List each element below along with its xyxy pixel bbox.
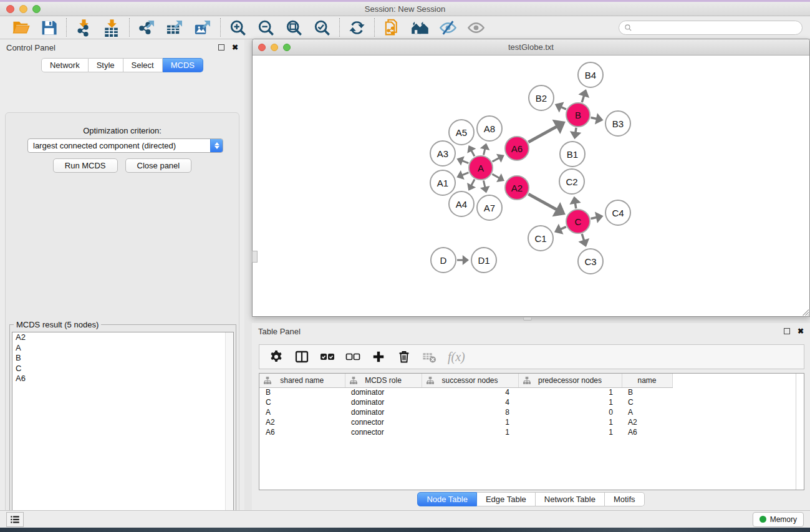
table-cell[interactable]: A6 (259, 427, 345, 437)
table-row[interactable]: Bdominator41B (259, 387, 797, 397)
table-cell[interactable]: A6 (622, 427, 672, 437)
network-canvas[interactable]: B4B2BB3A5A8A6B1A3AC2A1A2A4A7C4CC1C3DD1 (253, 56, 809, 316)
graph-node-A[interactable]: A (468, 155, 493, 180)
table-cell[interactable]: connector (345, 427, 422, 437)
table-cell[interactable]: dominator (345, 387, 422, 397)
table-scrollbar[interactable] (796, 374, 804, 490)
column-header-successor-nodes[interactable]: successor nodes (422, 374, 518, 387)
graph-node-C1[interactable]: C1 (528, 225, 554, 251)
save-session-icon[interactable] (40, 19, 58, 37)
column-header-predecessor-nodes[interactable]: predecessor nodes (518, 374, 622, 387)
zoom-out-icon[interactable] (257, 19, 275, 37)
close-panel-button[interactable]: Close panel (125, 158, 192, 173)
settings-gear-icon[interactable] (269, 349, 284, 364)
float-table-panel-icon[interactable] (784, 328, 790, 334)
column-header-shared-name[interactable]: shared name (259, 374, 345, 387)
table-cell[interactable]: A2 (622, 417, 672, 427)
tab-node-table[interactable]: Node Table (417, 492, 477, 506)
graph-node-C[interactable]: C (566, 209, 591, 234)
result-item[interactable]: C (12, 364, 233, 374)
table-cell[interactable]: 0 (518, 407, 622, 417)
graph-node-A8[interactable]: A8 (476, 115, 503, 142)
deselect-all-checkboxes-icon[interactable] (345, 349, 360, 364)
table-row[interactable]: Adominator80A (259, 407, 797, 417)
table-cell[interactable]: dominator (345, 407, 422, 417)
graph-node-A6[interactable]: A6 (504, 136, 529, 161)
close-panel-icon[interactable]: ✖ (232, 44, 238, 51)
result-item[interactable]: A (12, 343, 233, 354)
document-network-icon[interactable] (383, 19, 401, 37)
table-cell[interactable]: 1 (518, 387, 622, 397)
search-input[interactable] (635, 23, 797, 32)
graph-node-B3[interactable]: B3 (605, 110, 631, 137)
table-cell[interactable]: 1 (422, 427, 518, 437)
split-table-icon[interactable] (294, 349, 309, 364)
graph-node-C2[interactable]: C2 (559, 168, 585, 195)
export-table-icon[interactable] (166, 19, 184, 37)
graph-node-C4[interactable]: C4 (605, 200, 631, 226)
graph-node-A4[interactable]: A4 (448, 191, 475, 217)
table-cell[interactable]: dominator (345, 397, 422, 407)
table-row[interactable]: Cdominator41C (259, 397, 797, 407)
tab-mcds[interactable]: MCDS (163, 58, 203, 72)
table-cell[interactable]: 1 (518, 397, 622, 407)
graph-node-B[interactable]: B (566, 102, 591, 127)
table-cell[interactable]: 1 (518, 427, 622, 437)
add-column-icon[interactable] (371, 349, 386, 364)
search-field[interactable] (619, 21, 803, 35)
zoom-selected-icon[interactable] (313, 19, 331, 37)
eye-slash-icon[interactable] (439, 19, 457, 37)
column-header-MCDS-role[interactable]: MCDS role (345, 374, 422, 387)
table-row[interactable]: A6connector11A6 (259, 427, 797, 437)
memory-button[interactable]: Memory (753, 512, 804, 527)
refresh-view-icon[interactable] (348, 19, 366, 37)
float-panel-icon[interactable] (218, 44, 224, 51)
table-cell[interactable]: 4 (422, 397, 518, 407)
graph-node-A3[interactable]: A3 (430, 140, 456, 167)
network-window-titlebar[interactable]: testGlobe.txt (253, 39, 809, 56)
table-cell[interactable]: C (259, 397, 345, 407)
eye-icon[interactable] (467, 19, 485, 37)
column-header-name[interactable]: name (622, 374, 672, 387)
table-cell[interactable]: connector (345, 417, 422, 427)
table-cell[interactable]: 1 (422, 417, 518, 427)
result-item[interactable]: A2 (12, 332, 233, 343)
table-cell[interactable]: C (622, 397, 672, 407)
result-list-scrollbar[interactable] (225, 332, 233, 532)
graph-node-C3[interactable]: C3 (577, 248, 604, 274)
tab-network-table[interactable]: Network Table (536, 492, 605, 506)
window-resize-grip[interactable] (801, 308, 809, 316)
delete-column-icon[interactable] (397, 349, 412, 364)
result-item[interactable]: A6 (12, 374, 233, 384)
result-item[interactable]: B (12, 353, 233, 364)
table-cell[interactable]: A (622, 407, 672, 417)
graph-node-D[interactable]: D (430, 247, 456, 273)
open-session-icon[interactable] (12, 19, 30, 37)
zoom-in-icon[interactable] (229, 19, 247, 37)
table-cell[interactable]: 1 (518, 417, 622, 427)
table-cell[interactable]: A2 (259, 417, 345, 427)
tab-motifs[interactable]: Motifs (605, 492, 645, 506)
node-table-grid[interactable]: shared nameMCDS rolesuccessor nodesprede… (259, 374, 797, 437)
criterion-select[interactable]: largest connected component (directed) (27, 138, 223, 153)
export-image-icon[interactable] (194, 19, 212, 37)
tab-style[interactable]: Style (89, 58, 123, 72)
tab-network[interactable]: Network (41, 58, 89, 72)
graph-node-B1[interactable]: B1 (559, 141, 586, 167)
table-cell[interactable]: B (259, 387, 345, 397)
select-all-checkboxes-icon[interactable] (320, 349, 335, 364)
graph-node-D1[interactable]: D1 (471, 247, 497, 273)
close-table-panel-icon[interactable]: ✖ (798, 328, 804, 334)
birdseye-grip[interactable] (252, 251, 258, 263)
table-row[interactable]: A2connector11A2 (259, 417, 797, 427)
graph-node-B2[interactable]: B2 (528, 85, 554, 111)
tab-select[interactable]: Select (123, 58, 163, 72)
table-cell[interactable]: A (259, 407, 345, 417)
tab-edge-table[interactable]: Edge Table (477, 492, 536, 506)
import-table-icon[interactable] (103, 19, 121, 37)
import-network-icon[interactable] (75, 19, 93, 37)
task-history-button[interactable] (6, 512, 24, 527)
table-cell[interactable]: 4 (422, 387, 518, 397)
run-mcds-button[interactable]: Run MCDS (53, 158, 118, 173)
graph-node-A1[interactable]: A1 (430, 170, 456, 196)
